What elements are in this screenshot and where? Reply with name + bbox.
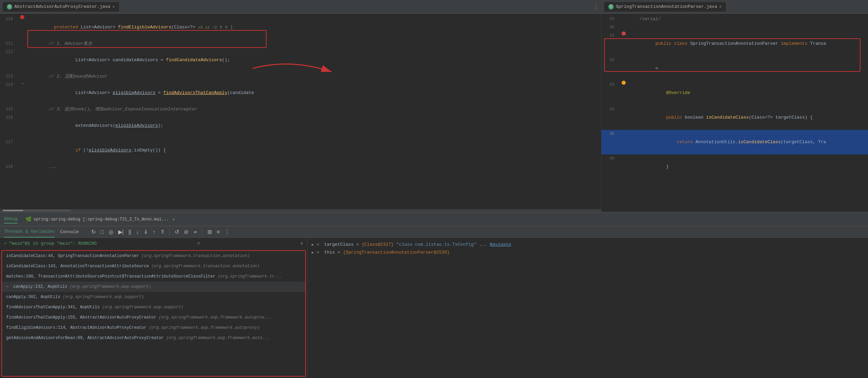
toolbar-stepinto[interactable]: ⇓ [142, 227, 149, 237]
toolbar-sep1 [169, 229, 170, 235]
left-tab-bar: C AbstractAdvisorAutoProxyCreator.java ✕… [0, 0, 601, 14]
right-code-line-46: 46 } [601, 154, 868, 179]
code-112: List<Advisor> candidateAdvisors = findCa… [27, 48, 601, 72]
var-type-this: {SpringTransactionAnnotationParser@2539} [343, 250, 450, 255]
thread-header: ✓ "main"@1 in group "main": RUNNING ▽ ∨ [0, 238, 307, 249]
editor-more-menu[interactable]: ⋮ [593, 3, 598, 10]
frame-source-2: (org.springframework.tr... [218, 274, 282, 279]
toolbar-stepover[interactable]: ↓ [135, 228, 140, 237]
code-line-118: 118 ... [0, 163, 601, 171]
toolbar-resume[interactable]: ▶| [117, 227, 125, 237]
var-expand-targetClass[interactable]: ▶ [312, 242, 314, 247]
var-navigate-targetClass[interactable]: Navigate [490, 242, 511, 247]
toolbar-more[interactable]: ⋮ [223, 227, 231, 237]
toolbar-frames[interactable]: ⊞ [206, 227, 213, 237]
frame-source-5: (org.springframework.aop.support) [102, 305, 184, 310]
stack-frame-2[interactable]: matches:100, TransactionAttributeSourceP… [2, 271, 305, 282]
debug-session-tab[interactable]: 🌿 spring:spring-debug [:spring-debug:T21… [26, 216, 175, 222]
right-java-icon: C [608, 4, 614, 10]
right-line-num-46: 46 [601, 154, 619, 163]
toolbar-reset[interactable]: ↺ [173, 227, 180, 237]
right-code-41: public class SpringTransactionAnnotation… [629, 31, 868, 56]
stack-frame-list[interactable]: isCandidateClass:44, SpringTransactionAn… [1, 250, 306, 377]
right-code-line-40: 40 [601, 23, 868, 31]
java-file-icon: C [7, 4, 12, 10]
code-114: List<Advisor> eligibleAdvisors = findAdv… [27, 81, 601, 105]
code-line-116: 116 extendAdvisors(eligibleAdvisors); [0, 113, 601, 138]
right-code-line-42: 42 ⚙ [601, 56, 868, 81]
var-expand-this[interactable]: ▶ [312, 250, 314, 255]
debug-session-close[interactable]: ✕ [172, 217, 175, 222]
var-this[interactable]: ▶ ⊙ this = {SpringTransactionAnnotationP… [312, 248, 864, 256]
breakpoint-110[interactable] [20, 15, 24, 19]
dbg-43[interactable] [622, 81, 626, 85]
debug-main-tab[interactable]: Debug [4, 215, 17, 224]
right-editor-tab[interactable]: C SpringTransactionAnnotationParser.java… [604, 2, 726, 12]
code-116: extendAdvisors(eligibleAdvisors); [27, 113, 601, 138]
toolbar-threads[interactable]: ≡ [215, 228, 221, 237]
right-line-num-41: 41 [601, 31, 619, 40]
frame-source-3: (org.springframework.aop.support) [70, 284, 151, 289]
var-targetClass[interactable]: ▶ ⊙ targetClass = {Class@2317} "class co… [312, 241, 864, 248]
active-frame-arrow: ↪ [6, 284, 9, 289]
line-num-111: 111 [0, 40, 17, 48]
right-gutter-43[interactable] [619, 81, 629, 85]
stack-frame-1[interactable]: isCandidateClass:143, AnnotationTransact… [2, 261, 305, 271]
toolbar-pause[interactable]: || [127, 228, 133, 237]
var-eq-targetClass: = [356, 242, 359, 247]
right-tab-label: SpringTransactionAnnotationParser.java [616, 4, 717, 9]
var-ellipsis-targetClass: ... [479, 242, 487, 247]
frame-method-3: canApply:232, AopUtils [13, 284, 67, 289]
gutter-110[interactable] [17, 15, 27, 19]
filter-button[interactable]: ▽ [197, 241, 200, 246]
toolbar-rerun[interactable]: ↻ [90, 227, 97, 237]
stack-frame-6[interactable]: findAdvisorsThatCanApply:155, AbstractAd… [2, 312, 305, 323]
left-tab-close[interactable]: ✕ [112, 4, 115, 9]
code-line-112: 112 List<Advisor> candidateAdvisors = fi… [0, 48, 601, 72]
toolbar-mute[interactable]: ≁ [192, 227, 199, 237]
scroll-track[interactable] [3, 210, 71, 211]
code-line-114: 114 → List<Advisor> eligibleAdvisors = f… [0, 81, 601, 105]
threads-variables-tab[interactable]: Threads & Variables [4, 226, 55, 238]
frame-source-4: (org.springframework.aop.support) [63, 295, 144, 299]
stack-frame-8[interactable]: getAdvicesAndAdvisorsForBean:89, Abstrac… [2, 333, 305, 343]
toolbar-runtoursor[interactable]: ⇑ [159, 227, 166, 237]
gutter-114[interactable]: → [17, 81, 27, 86]
var-value-targetClass: "class com.listao.tx.TxConfig" [396, 242, 476, 247]
code-line-117: 117 if (!eligibleAdvisors.isEmpty()) { [0, 138, 601, 163]
toolbar-viewbreakpoints[interactable]: ◎ [107, 227, 115, 237]
frame-method-8: getAdvicesAndAdvisorsForBean:89, Abstrac… [6, 336, 164, 340]
line-num-117: 117 [0, 138, 17, 146]
frame-method-6: findAdvisorsThatCanApply:155, AbstractAd… [6, 315, 156, 320]
frame-method-0: isCandidateClass:44, SpringTransactionAn… [6, 254, 139, 258]
frame-source-8: (org.springframework.aop.framework.auto.… [166, 336, 269, 340]
var-name-targetClass: targetClass [324, 242, 354, 247]
right-code-line-41: 41 public class SpringTransactionAnnotat… [601, 31, 868, 56]
right-tab-close[interactable]: ✕ [719, 4, 721, 9]
code-118: ... [27, 163, 601, 171]
console-tab[interactable]: Console [60, 227, 79, 237]
stack-frame-0[interactable]: isCandidateClass:44, SpringTransactionAn… [2, 251, 305, 261]
bp-41[interactable] [622, 31, 626, 36]
left-scrollbar[interactable] [0, 209, 601, 212]
stack-frame-5[interactable]: findAdvisorsThatCanApply:341, AopUtils (… [2, 302, 305, 312]
frame-source-0: (org.springframework.transaction.annotat… [141, 254, 250, 258]
right-code-43: @Override [629, 81, 868, 105]
toolbar-stop[interactable]: □ [99, 228, 105, 237]
right-line-num-42: 42 [601, 56, 619, 64]
left-editor-tab[interactable]: C AbstractAdvisorAutoProxyCreator.java ✕ [3, 2, 119, 12]
right-editor-pane: C SpringTransactionAnnotationParser.java… [601, 0, 868, 212]
var-eq-this: = [338, 250, 340, 255]
toolbar-stepout[interactable]: ↑ [151, 228, 157, 237]
thread-check-icon: ✓ [4, 241, 7, 246]
toolbar-disable[interactable]: ⊘ [182, 227, 190, 237]
debug-sub-tab-bar: Threads & Variables Console ↻ □ ◎ ▶| || … [0, 226, 868, 238]
frame-source-1: (org.springframework.transaction.annotat… [151, 264, 260, 269]
stack-frame-3[interactable]: ↪ canApply:232, AopUtils (org.springfram… [2, 282, 305, 292]
scroll-thumb[interactable] [3, 210, 23, 211]
stack-frame-7[interactable]: findEligibleAdvisors:114, AbstractAdviso… [2, 323, 305, 333]
frame-source-6: (org.springframework.aop.framework.autop… [159, 315, 272, 320]
collapse-button[interactable]: ∨ [300, 241, 303, 246]
right-gutter-41[interactable] [619, 31, 629, 36]
stack-frame-4[interactable]: canApply:302, AopUtils (org.springframew… [2, 292, 305, 302]
